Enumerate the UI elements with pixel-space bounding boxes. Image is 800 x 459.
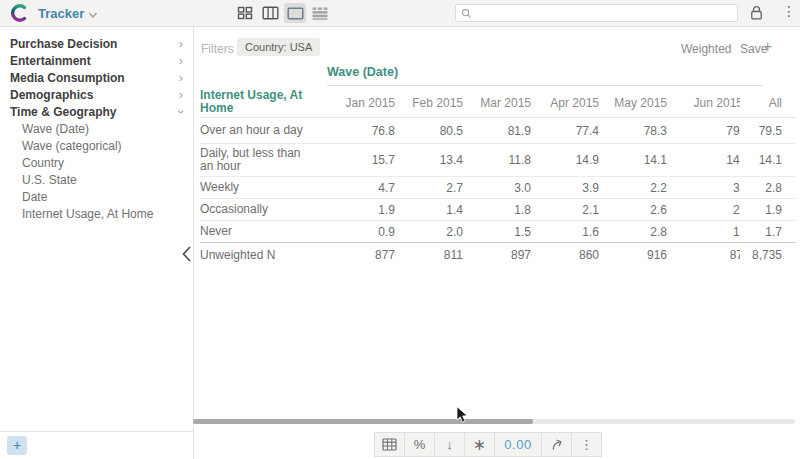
sidebar-category-label: Media Consumption xyxy=(10,71,125,85)
search-icon xyxy=(461,8,472,19)
sort-descending-button[interactable]: ↓ xyxy=(434,432,465,457)
table-header-row: Internet Usage, At Home Jan 2015Feb 2015… xyxy=(200,86,796,118)
view-columns-button[interactable] xyxy=(259,3,281,23)
sidebar-variable-item[interactable]: Wave (categorical) xyxy=(0,137,193,154)
chevron-down-icon: › xyxy=(176,109,186,113)
row-label: Occasionally xyxy=(200,199,327,220)
dataset-menu-chevron-icon[interactable] xyxy=(88,8,98,16)
column-header[interactable]: Jan 2015 xyxy=(327,96,395,117)
row-scroll-clip: 76.880.581.977.478.379. xyxy=(327,118,740,143)
value-cell: 1.4 xyxy=(395,203,463,217)
sidebar-variable-item[interactable]: U.S. State xyxy=(0,171,193,188)
add-variable-button[interactable]: + xyxy=(7,436,27,455)
search-input[interactable] xyxy=(476,6,720,20)
column-header[interactable]: May 2015 xyxy=(599,96,667,117)
sidebar-nav: Purchase Decision›Entertainment›Media Co… xyxy=(0,27,193,222)
decimal-places-button[interactable]: 0.00 xyxy=(494,432,542,457)
collapse-sidebar-chevron-icon[interactable] xyxy=(181,245,193,263)
sidebar-variable-item[interactable]: Country xyxy=(0,154,193,171)
add-analysis-button[interactable]: + xyxy=(763,38,772,56)
value-cell: 14.1 xyxy=(599,153,667,167)
column-dimension-header[interactable]: Wave (Date) xyxy=(327,62,763,86)
value-cell: 78.3 xyxy=(599,124,667,138)
value-cell: 1.5 xyxy=(463,225,531,239)
row-dimension-label[interactable]: Internet Usage, At Home xyxy=(200,86,327,117)
value-cell: 811 xyxy=(395,248,463,262)
value-cell: 860 xyxy=(531,248,599,262)
view-grid-button[interactable] xyxy=(234,3,256,23)
value-cell: 2. xyxy=(667,203,740,217)
column-header[interactable]: Feb 2015 xyxy=(395,96,463,117)
all-column-header: All xyxy=(740,86,796,117)
display-controls-toolbar: % ↓ ∗ 0.00 ⋮ xyxy=(374,432,602,457)
sidebar-category[interactable]: Purchase Decision› xyxy=(0,35,193,52)
value-cell: 0.9 xyxy=(327,225,395,239)
swap-axes-icon xyxy=(549,437,564,452)
value-cell: 14. xyxy=(667,153,740,167)
grid-icon xyxy=(237,6,253,20)
more-display-options-button[interactable]: ⋮ xyxy=(571,432,602,457)
sidebar-category-label: Purchase Decision xyxy=(10,37,117,51)
column-header[interactable]: Jun 2015 xyxy=(667,96,740,117)
all-value-cell: 1.9 xyxy=(740,199,796,220)
dataset-title[interactable]: Tracker xyxy=(38,6,84,21)
row-values: 4.72.73.03.92.23. xyxy=(327,177,740,198)
value-cell: 11.8 xyxy=(463,153,531,167)
value-cell: 1.6 xyxy=(531,225,599,239)
chevron-right-icon: › xyxy=(179,73,183,83)
row-values: 1.91.41.82.12.62. xyxy=(327,199,740,220)
row-values: 76.880.581.977.478.379. xyxy=(327,118,740,143)
value-cell: 87 xyxy=(667,248,740,262)
all-value-cell: 1.7 xyxy=(740,221,796,242)
filter-chip[interactable]: Country: USA xyxy=(237,38,320,56)
search-box[interactable] xyxy=(455,4,738,22)
sidebar-category[interactable]: Entertainment› xyxy=(0,52,193,69)
significance-button[interactable]: ∗ xyxy=(464,432,495,457)
single-panel-icon xyxy=(287,7,304,20)
column-header[interactable]: Apr 2015 xyxy=(531,96,599,117)
row-scroll-clip: 0.92.01.51.62.81. xyxy=(327,221,740,242)
crunch-logo-icon[interactable] xyxy=(9,3,29,23)
column-headers: Jan 2015Feb 2015Mar 2015Apr 2015May 2015… xyxy=(327,86,740,117)
table-row: Over an hour a day76.880.581.977.478.379… xyxy=(200,118,796,144)
filters-label: Filters xyxy=(201,42,234,56)
sidebar-variable-item[interactable]: Internet Usage, At Home xyxy=(0,205,193,222)
value-cell: 1. xyxy=(667,225,740,239)
row-values: 15.713.411.814.914.114. xyxy=(327,144,740,176)
columns-icon xyxy=(262,6,279,20)
value-cell: 76.8 xyxy=(327,124,395,138)
column-header[interactable]: Mar 2015 xyxy=(463,96,531,117)
table-display-button[interactable] xyxy=(374,432,405,457)
table-row: Weekly4.72.73.03.92.23.2.8 xyxy=(200,177,796,199)
sidebar-category[interactable]: Time & Geography› xyxy=(0,103,193,120)
horizontal-scrollbar-track[interactable] xyxy=(193,419,795,424)
value-cell: 3.9 xyxy=(531,181,599,195)
horizontal-scrollbar-thumb[interactable] xyxy=(193,419,533,424)
sidebar-variable-item[interactable]: Wave (Date) xyxy=(0,120,193,137)
weighted-toggle[interactable]: Weighted xyxy=(681,42,731,56)
sidebar-category[interactable]: Demographics› xyxy=(0,86,193,103)
row-scroll-clip: 4.72.73.03.92.23. xyxy=(327,177,740,198)
view-expanded-button[interactable] xyxy=(284,3,306,23)
value-cell: 80.5 xyxy=(395,124,463,138)
sidebar-footer: + xyxy=(0,431,193,459)
table-row: Occasionally1.91.41.82.12.62.1.9 xyxy=(200,199,796,221)
sidebar-category[interactable]: Media Consumption› xyxy=(0,69,193,86)
percent-button[interactable]: % xyxy=(404,432,435,457)
value-cell: 2.8 xyxy=(599,225,667,239)
view-table-button[interactable] xyxy=(309,3,331,23)
value-cell: 897 xyxy=(463,248,531,262)
value-cell: 916 xyxy=(599,248,667,262)
transpose-button[interactable] xyxy=(541,432,572,457)
value-cell: 77.4 xyxy=(531,124,599,138)
more-menu-icon[interactable]: ⋮ xyxy=(782,3,796,19)
value-cell: 1.9 xyxy=(327,203,395,217)
sidebar-category-label: Entertainment xyxy=(10,54,91,68)
sidebar-variable-item[interactable]: Date xyxy=(0,188,193,205)
header-scroll-clip: Jan 2015Feb 2015Mar 2015Apr 2015May 2015… xyxy=(327,86,740,117)
all-value-cell: 8,735 xyxy=(740,243,796,267)
table-icon xyxy=(382,438,397,451)
lock-icon[interactable] xyxy=(749,4,764,24)
value-cell: 4.7 xyxy=(327,181,395,195)
value-cell: 13.4 xyxy=(395,153,463,167)
